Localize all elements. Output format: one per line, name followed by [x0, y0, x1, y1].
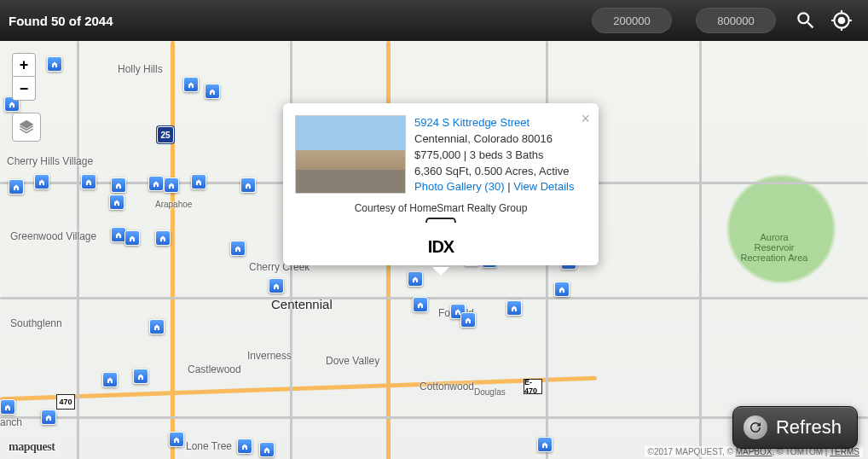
interstate-shield: 25: [157, 126, 174, 143]
property-marker[interactable]: [205, 84, 220, 99]
place-label: Arapahoe: [155, 200, 192, 209]
property-marker[interactable]: [169, 432, 184, 447]
property-marker[interactable]: [506, 300, 522, 316]
property-marker[interactable]: [111, 177, 126, 193]
place-label: Cottonwood: [420, 381, 474, 392]
close-icon[interactable]: ×: [581, 110, 590, 128]
locate-icon[interactable]: [830, 9, 853, 32]
property-marker[interactable]: [191, 174, 206, 189]
property-marker[interactable]: [183, 77, 199, 92]
property-marker[interactable]: [34, 174, 49, 189]
property-marker[interactable]: [164, 177, 179, 193]
place-label: Greenwood Village: [10, 230, 96, 242]
property-marker[interactable]: [230, 241, 246, 256]
listing-courtesy: Courtesy of HomeSmart Realty Group: [295, 202, 587, 214]
listing-thumbnail[interactable]: [295, 115, 406, 194]
top-bar: Found 50 of 2044: [0, 0, 868, 41]
place-label: Inverness: [247, 350, 292, 362]
layers-button[interactable]: [12, 113, 41, 142]
property-marker[interactable]: [102, 372, 118, 387]
view-details-link[interactable]: View Details: [513, 180, 574, 193]
place-label: Centennial: [271, 297, 333, 311]
property-marker[interactable]: [408, 271, 423, 287]
price-min-input[interactable]: [592, 8, 672, 33]
photo-gallery-link[interactable]: Photo Gallery (30): [414, 180, 505, 193]
refresh-icon: [748, 420, 763, 435]
state-route-shield: E-470: [524, 379, 542, 394]
place-label: Aurora Reservoir Recreation Area: [740, 232, 808, 263]
property-marker[interactable]: [259, 442, 275, 457]
property-marker[interactable]: [554, 282, 570, 297]
refresh-button[interactable]: Refresh: [732, 406, 858, 449]
place-label: Douglas: [474, 387, 506, 397]
place-label: Dove Valley: [326, 355, 379, 367]
place-label: Cherry Hills Village: [7, 155, 93, 167]
listing-price: $775,000 | 3 beds 3 Baths: [414, 148, 544, 161]
zoom-out-button[interactable]: −: [12, 77, 36, 101]
property-marker[interactable]: [240, 177, 256, 193]
listing-city: Centennial, Colorado 80016: [414, 132, 553, 145]
property-marker[interactable]: [133, 369, 148, 384]
property-marker[interactable]: [149, 319, 165, 334]
property-marker[interactable]: [413, 297, 428, 312]
property-marker[interactable]: [537, 437, 553, 452]
property-marker[interactable]: [47, 56, 62, 72]
price-max-input[interactable]: [696, 8, 776, 33]
layers-icon: [18, 119, 35, 136]
property-marker[interactable]: [148, 176, 164, 191]
property-marker[interactable]: [41, 410, 56, 425]
property-marker[interactable]: [237, 439, 252, 454]
property-marker[interactable]: [124, 230, 140, 246]
listing-sqft: 6,360 SqFt, 0.500 Acres, Active: [414, 165, 569, 177]
property-marker[interactable]: [81, 174, 96, 189]
place-label: Holly Hills: [118, 63, 163, 75]
listing-address-link[interactable]: 5924 S Kittredge Street: [414, 116, 529, 129]
property-marker[interactable]: [460, 312, 476, 328]
idx-logo: IDX: [295, 218, 587, 257]
property-marker[interactable]: [109, 195, 124, 210]
search-icon[interactable]: [795, 9, 817, 32]
zoom-control: + −: [12, 53, 36, 101]
state-route-shield: 470: [56, 394, 75, 410]
listing-popup: × 5924 S Kittredge Street Centennial, Co…: [283, 103, 599, 265]
place-label: Southglenn: [10, 317, 62, 329]
property-marker[interactable]: [0, 399, 15, 415]
property-marker[interactable]: [9, 179, 24, 195]
zoom-in-button[interactable]: +: [12, 53, 36, 77]
refresh-label: Refresh: [776, 416, 842, 439]
map-canvas[interactable]: Holly Hills Cherry Hills Village Greenwo…: [0, 41, 868, 459]
place-label: Lone Tree: [186, 440, 232, 452]
property-marker[interactable]: [269, 278, 284, 293]
mapquest-logo: mapquest: [9, 440, 55, 454]
property-marker[interactable]: [155, 230, 171, 246]
place-label: Castlewood: [188, 363, 241, 375]
result-count: Found 50 of 2044: [9, 14, 113, 28]
place-label: anch: [0, 416, 22, 428]
